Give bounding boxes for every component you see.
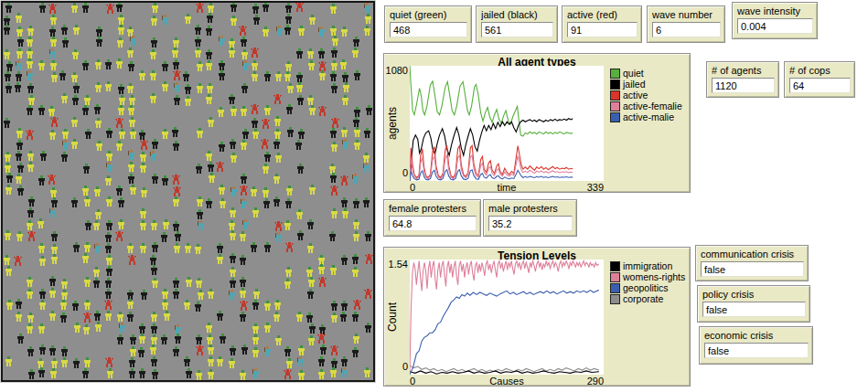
monitor-jailed-label: jailed (black) — [481, 9, 553, 21]
legend-label: jailed — [623, 79, 646, 90]
monitor-quiet-label: quiet (green) — [390, 9, 467, 21]
legend-label: womens-rights — [623, 272, 685, 282]
legend-item-active: active — [610, 90, 682, 101]
monitor-economic-crisis-label: economic crisis — [704, 330, 809, 342]
monitor-economic-crisis-value: false — [704, 343, 809, 358]
monitor-female-protesters-label: female protesters — [389, 203, 477, 215]
monitor-policy-crisis: policy crisis false — [697, 285, 810, 323]
agent-types-series-canvas — [410, 66, 604, 181]
legend-label: geopolitics — [623, 283, 669, 293]
monitor-active-value: 91 — [567, 22, 638, 37]
monitor-communication-crisis: communication crisis false — [695, 245, 809, 281]
legend-item-jailed: jailed — [610, 79, 682, 90]
legend-label: quiet — [623, 69, 644, 79]
y-axis-label: agents — [386, 66, 399, 181]
tension-legend: immigrationwomens-rightsgeopoliticscorpo… — [610, 261, 685, 305]
monitor-wave-intensity-label: wave intensity — [737, 5, 813, 17]
monitor-jailed-value: 561 — [481, 22, 553, 37]
legend-swatch-geopolitics — [610, 283, 620, 293]
monitor-economic-crisis: economic crisis false — [699, 326, 813, 365]
monitor-communication-crisis-label: communication crisis — [701, 249, 804, 260]
legend-swatch-active-malie — [610, 112, 620, 122]
series-quiet — [410, 66, 573, 136]
monitor-male-protesters: male protesters 35.2 — [483, 199, 577, 237]
monitor-wave-number: wave number 6 — [647, 5, 725, 43]
monitor-female-protesters-value: 64.8 — [389, 216, 477, 231]
monitor-num-cops: # of cops 64 — [784, 61, 855, 98]
monitor-male-protesters-value: 35.2 — [488, 216, 573, 231]
monitor-num-cops-label: # of cops — [789, 65, 851, 77]
legend-label: active-malie — [623, 112, 674, 122]
monitor-wave-number-value: 6 — [652, 22, 721, 37]
legend-item-immigration: immigration — [610, 261, 685, 271]
legend-swatch-womens-rights — [610, 272, 620, 282]
legend-swatch-quiet — [610, 69, 620, 79]
monitor-communication-crisis-value: false — [701, 261, 804, 277]
legend-item-active-femalie: active-femalie — [610, 101, 682, 111]
legend-swatch-corporate — [610, 294, 620, 304]
agent-types-legend: quietjailedactiveactive-femalieactive-ma… — [610, 69, 682, 123]
x-axis-max-tick: 339 — [567, 183, 604, 193]
plot-area — [410, 260, 604, 375]
legend-label: immigration — [623, 261, 672, 271]
tension-series-canvas — [410, 260, 604, 375]
series-geopolitics — [410, 291, 599, 375]
legend-item-corporate: corporate — [610, 294, 685, 304]
plot-area — [410, 66, 604, 181]
legend-swatch-immigration — [610, 261, 620, 271]
monitor-policy-crisis-value: false — [702, 302, 806, 317]
legend-item-womens-rights: womens-rights — [610, 272, 685, 282]
monitor-male-protesters-label: male protesters — [488, 203, 573, 215]
series-immigration — [410, 371, 599, 374]
monitor-jailed: jailed (black) 561 — [476, 5, 558, 43]
monitor-active-label: active (red) — [567, 9, 638, 21]
monitor-quiet-value: 468 — [390, 22, 467, 37]
monitor-quiet: quiet (green) 468 — [384, 5, 472, 43]
legend-item-quiet: quiet — [610, 69, 682, 79]
monitor-wave-intensity-value: 0.004 — [737, 18, 813, 34]
legend-label: corporate — [623, 294, 663, 304]
monitor-num-cops-value: 64 — [789, 78, 851, 93]
plot-all-agent-types: All agent types 1080 0 agents 0 time 339… — [383, 53, 691, 193]
legend-swatch-jailed — [610, 79, 620, 90]
world-view-canvas — [3, 3, 373, 380]
monitor-active: active (red) 91 — [562, 5, 642, 43]
legend-swatch-active — [610, 90, 620, 101]
monitor-num-agents-label: # of agents — [712, 65, 775, 77]
legend-item-active-malie: active-malie — [610, 112, 682, 122]
series-corporate — [410, 366, 599, 372]
monitor-wave-number-label: wave number — [652, 9, 721, 21]
series-womens-rights — [410, 261, 599, 371]
monitor-num-agents: # of agents 1120 — [706, 61, 779, 98]
legend-swatch-active-femalie — [610, 101, 620, 111]
monitor-female-protesters: female protesters 64.8 — [383, 199, 481, 237]
legend-label: active-femalie — [623, 101, 682, 111]
x-axis-max-tick: 290 — [567, 376, 604, 387]
world-view — [1, 1, 375, 382]
y-axis-label: Count — [386, 260, 399, 375]
legend-label: active — [623, 90, 648, 101]
monitor-policy-crisis-label: policy crisis — [702, 289, 806, 301]
plot-tension-levels: Tension Levels 1.54 0 Count 0 Causes 290… — [383, 247, 691, 387]
legend-item-geopolitics: geopolitics — [610, 283, 685, 293]
monitor-num-agents-value: 1120 — [712, 78, 775, 93]
series-active — [410, 146, 573, 180]
monitor-wave-intensity: wave intensity 0.004 — [732, 2, 818, 39]
